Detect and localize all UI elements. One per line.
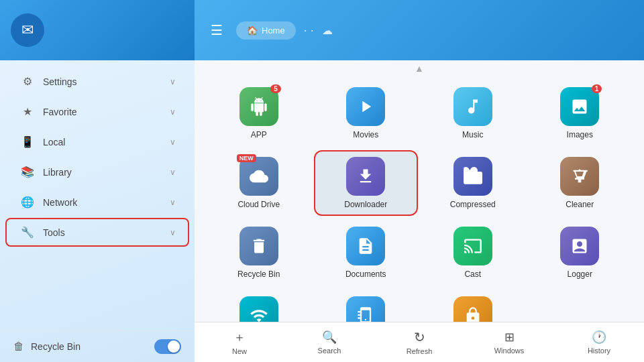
- chevron-down-icon: ∨: [170, 137, 176, 147]
- recycle-bin-label: Recycle Bin: [237, 269, 280, 279]
- windows-label: Windows: [494, 347, 525, 355]
- main-area: ☰ 🏠 Home · · ☁ ▲ 5 APP Movies: [195, 0, 644, 362]
- recycle-bin-toggle[interactable]: [154, 339, 181, 354]
- cloud-icon: ☁: [322, 24, 333, 37]
- phone-icon: 📱: [19, 135, 36, 148]
- new-label: New: [232, 347, 247, 355]
- star-icon: ★: [19, 105, 36, 118]
- recycle-bin-label: Recycle Bin: [31, 341, 154, 352]
- movies-label: Movies: [353, 130, 378, 139]
- grid-item-recycle-bin[interactable]: Recycle Bin: [208, 221, 310, 284]
- music-label: Music: [462, 130, 483, 139]
- compressed-icon: [453, 157, 492, 196]
- chevron-down-icon: ∨: [170, 198, 176, 207]
- documents-icon: [346, 227, 385, 265]
- cast-label: Cast: [464, 269, 481, 279]
- new-button[interactable]: ＋ New: [195, 325, 284, 359]
- sidebar-item-label: Network: [43, 197, 170, 208]
- sidebar: ✉ ⚙ Settings ∨ ★ Favorite ∨ 📱 Local ∨ 📚 …: [0, 0, 195, 362]
- search-icon: 🔍: [322, 330, 337, 345]
- cloud-drive-label: Cloud Drive: [237, 200, 280, 209]
- images-icon: 1: [560, 87, 599, 126]
- downloader-icon: [346, 157, 385, 196]
- grid-item-view-on-pc[interactable]: View on PC: [315, 291, 417, 322]
- home-button[interactable]: 🏠 Home: [236, 21, 296, 40]
- cleaner-icon: [560, 157, 599, 196]
- sidebar-item-library[interactable]: 📚 Library ∨: [5, 158, 189, 186]
- new-badge: NEW: [237, 154, 256, 162]
- badge-count: 5: [270, 84, 281, 93]
- chevron-down-icon: ∨: [170, 107, 176, 117]
- music-icon: [453, 87, 492, 126]
- cleaner-label: Cleaner: [566, 200, 594, 209]
- home-icon: 🏠: [247, 25, 258, 36]
- history-label: History: [588, 347, 610, 355]
- sidebar-footer: 🗑 Recycle Bin: [0, 330, 195, 362]
- hamburger-menu[interactable]: ☰: [205, 19, 228, 41]
- refresh-label: Refresh: [407, 347, 433, 355]
- view-on-pc-icon: [346, 296, 385, 322]
- sidebar-item-local[interactable]: 📱 Local ∨: [5, 127, 189, 156]
- bottom-bar: ＋ New 🔍 Search ↻ Refresh ⊞ Windows 🕐 His…: [195, 322, 644, 362]
- refresh-icon: ↻: [414, 329, 425, 345]
- library-icon: 📚: [19, 166, 36, 178]
- breadcrumb-sep: · ·: [304, 23, 314, 38]
- logger-icon: [560, 227, 599, 265]
- chevron-down-icon: ∨: [170, 228, 176, 237]
- cast-icon: [453, 227, 492, 265]
- documents-label: Documents: [345, 269, 386, 279]
- sidebar-item-label: Favorite: [43, 107, 170, 117]
- grid-item-encrypted[interactable]: Encrypted: [422, 291, 524, 322]
- chevron-down-icon: ∨: [170, 77, 176, 86]
- grid-item-compressed[interactable]: Compressed: [422, 152, 524, 215]
- grid-item-cleaner[interactable]: Cleaner: [529, 152, 631, 215]
- sidebar-item-label: Tools: [43, 227, 170, 238]
- images-label: Images: [567, 130, 593, 139]
- images-badge: 1: [592, 84, 602, 93]
- logger-label: Logger: [568, 269, 592, 279]
- app-grid: 5 APP Movies Music 1 Images: [195, 74, 644, 322]
- grid-item-documents[interactable]: Documents: [315, 221, 417, 284]
- windows-button[interactable]: ⊞ Windows: [464, 326, 554, 359]
- network-icon: 🌐: [19, 196, 36, 208]
- movies-icon: [346, 87, 385, 126]
- sidebar-item-tools[interactable]: 🔧 Tools ∨: [5, 218, 189, 247]
- grid-item-cloud-drive[interactable]: NEW Cloud Drive: [208, 152, 310, 215]
- network-app-icon: [239, 296, 278, 322]
- grid-item-network[interactable]: Network: [208, 291, 310, 322]
- home-label: Home: [262, 25, 285, 36]
- history-button[interactable]: 🕐 History: [554, 326, 644, 359]
- recycle-bin-icon: [239, 227, 278, 265]
- compressed-label: Compressed: [450, 200, 496, 209]
- grid-item-logger[interactable]: Logger: [529, 221, 631, 284]
- windows-icon: ⊞: [504, 330, 515, 345]
- plus-icon: ＋: [233, 329, 246, 345]
- settings-icon: ⚙: [19, 75, 36, 88]
- sidebar-item-label: Library: [43, 167, 170, 178]
- sidebar-item-label: Settings: [43, 76, 170, 87]
- downloader-label: Downloader: [344, 200, 387, 209]
- grid-item-cast[interactable]: Cast: [422, 221, 524, 284]
- search-label: Search: [318, 347, 341, 355]
- grid-item-images[interactable]: 1 Images: [529, 82, 631, 145]
- tools-icon: 🔧: [19, 226, 36, 239]
- sidebar-header: ✉: [0, 0, 195, 60]
- sidebar-item-settings[interactable]: ⚙ Settings ∨: [5, 67, 189, 96]
- grid-item-movies[interactable]: Movies: [315, 82, 417, 145]
- chevron-down-icon: ∨: [170, 168, 176, 177]
- cloud-drive-icon: NEW: [239, 157, 278, 196]
- sidebar-item-favorite[interactable]: ★ Favorite ∨: [5, 97, 189, 126]
- sidebar-item-network[interactable]: 🌐 Network ∨: [5, 188, 189, 217]
- topbar: ☰ 🏠 Home · · ☁: [195, 0, 644, 60]
- grid-item-app[interactable]: 5 APP: [208, 82, 310, 145]
- search-button[interactable]: 🔍 Search: [284, 326, 374, 359]
- recycle-bin-icon: 🗑: [13, 341, 24, 353]
- history-icon: 🕐: [592, 330, 606, 345]
- app-label: APP: [251, 130, 267, 139]
- encrypted-icon: [453, 296, 492, 322]
- avatar: ✉: [11, 13, 44, 47]
- grid-item-downloader[interactable]: Downloader: [315, 152, 417, 215]
- scroll-up-indicator: ▲: [195, 60, 644, 74]
- grid-item-music[interactable]: Music: [422, 82, 524, 145]
- refresh-button[interactable]: ↻ Refresh: [374, 325, 464, 359]
